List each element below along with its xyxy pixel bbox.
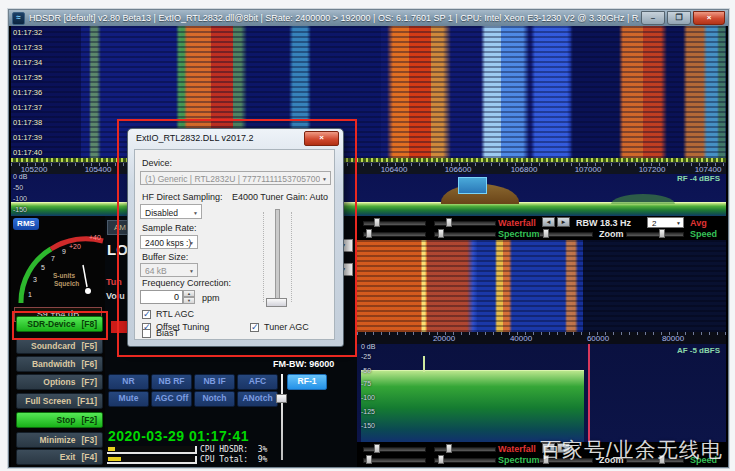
sample-rate-value: 2400 ksps :): [145, 238, 191, 248]
rf-level-readout: RF -4 dBFS: [677, 174, 720, 183]
tuner-agc-checkbox[interactable]: ✓Tuner AGC: [250, 322, 309, 332]
af-frequency-ruler[interactable]: 20000 40000 60000 80000: [357, 332, 726, 344]
options-button[interactable]: Options[F7]: [16, 374, 103, 390]
speed-slider[interactable]: [626, 229, 684, 238]
rbw-increase-button[interactable]: ►: [557, 217, 570, 227]
tuner-gain-slider-track[interactable]: [275, 209, 280, 307]
af-spectrum[interactable]: 0 dB -25 -50 -75 -100 -125 -150 AF -5 dB…: [357, 344, 726, 442]
button-label: Stop: [57, 415, 76, 425]
rf-waterfall[interactable]: 01:17:32 01:17:33 01:17:34 01:17:35 01:1…: [11, 26, 726, 162]
scale-tick-7: 7: [51, 255, 55, 262]
hf-direct-sampling-select[interactable]: Disabled▼: [140, 204, 202, 219]
window-title: HDSDR [default] v2.80 Beta13 | ExtIO_RTL…: [29, 13, 639, 23]
bandwidth-button[interactable]: Bandwidth[F6]: [16, 356, 103, 372]
bandwidth-slider-handle[interactable]: [276, 394, 287, 403]
rf-frequency-ruler[interactable]: 105200 105400 106400 106600 106800 10700…: [11, 162, 726, 174]
waterfall-time-label: 01:17:40: [13, 148, 42, 157]
button-key: [F6]: [81, 359, 97, 369]
waterfall-time-label: 01:17:33: [13, 43, 42, 52]
af-spectrum-lower-slider[interactable]: [434, 455, 496, 464]
af-level-readout: AF -5 dBFS: [677, 346, 720, 355]
slider-handle[interactable]: [374, 444, 380, 453]
nr-button[interactable]: NR: [108, 374, 149, 390]
hf-direct-sampling-label: HF Direct Sampling:: [142, 192, 223, 202]
button-label: Bandwidth: [32, 359, 75, 369]
soundcard-button[interactable]: Soundcard[F5]: [16, 338, 103, 354]
device-select[interactable]: (1) Generic | RTL2832U | 777711111537057…: [140, 171, 331, 185]
db-label: -25: [361, 353, 371, 361]
afc-button[interactable]: AFC: [237, 374, 278, 390]
exit-button[interactable]: Exit[F4]: [16, 449, 103, 465]
rtl-agc-checkbox[interactable]: ✓RTL AGC: [142, 309, 194, 319]
sdr-device-button[interactable]: SDR-Device[F8]: [16, 316, 103, 332]
slider-handle[interactable]: [438, 229, 444, 238]
meter-needle: [83, 265, 87, 287]
waterfall-upper-slider[interactable]: [363, 218, 426, 227]
rbw-decrease-button[interactable]: ◄: [542, 217, 555, 227]
ppm-label: ppm: [202, 293, 220, 303]
rf-1-button[interactable]: RF-1: [287, 374, 327, 390]
slider-handle[interactable]: [374, 218, 380, 227]
waterfall-time-label: 01:17:36: [13, 88, 42, 97]
freq-label: 106400: [381, 165, 408, 174]
db-label: -150: [13, 206, 27, 214]
af-waterfall-upper-slider[interactable]: [363, 444, 426, 453]
nb-rf-button[interactable]: NB RF: [151, 374, 192, 390]
slider-handle[interactable]: [659, 229, 665, 238]
slider-handle[interactable]: [446, 444, 452, 453]
buffer-size-select[interactable]: 64 kB▼: [140, 263, 198, 277]
maximize-button[interactable]: ❐: [667, 11, 691, 25]
button-key: [F3]: [81, 435, 97, 445]
chevron-right-icon: ►: [561, 219, 567, 225]
waterfall-lower-slider[interactable]: [434, 218, 496, 227]
af-waterfall-lower-slider[interactable]: [434, 444, 496, 453]
fm-bandwidth-label: FM-BW: 96000: [273, 359, 334, 369]
dialog-close-button[interactable]: ×: [304, 131, 339, 146]
maximize-icon: ❐: [675, 13, 682, 22]
spin-up-button[interactable]: ▲: [183, 290, 195, 297]
volume-label-fragment: Volu: [106, 291, 125, 301]
spectrum-lower-slider[interactable]: [434, 229, 496, 238]
nb-if-button[interactable]: NB IF: [194, 374, 235, 390]
biast-checkbox-row[interactable]: BiasT: [142, 328, 179, 338]
sample-rate-select[interactable]: 2400 ksps :)▼: [140, 235, 198, 249]
spectrum-upper-slider[interactable]: [363, 229, 426, 238]
cpu-hdsdr-bar: [107, 446, 197, 454]
freq-label: 105400: [85, 165, 112, 174]
scale-tick-plus40: +40: [89, 234, 101, 241]
tuner-gain-label: E4000 Tuner Gain: Auto: [232, 192, 328, 202]
avg-select[interactable]: 2▼: [647, 217, 684, 228]
meter-needle-hub: [85, 288, 91, 294]
af-waterfall[interactable]: [357, 240, 726, 332]
mute-button[interactable]: Mute: [108, 391, 149, 407]
agc-off-button[interactable]: AGC Off: [151, 391, 192, 407]
cpu-hdsdr-fill: [108, 447, 115, 451]
slider-handle[interactable]: [366, 229, 372, 238]
slider-handle[interactable]: [366, 455, 372, 464]
button-key: [F8]: [81, 319, 97, 329]
gain-slider-ticks: [263, 212, 264, 302]
anotch-button[interactable]: ANotch: [237, 391, 278, 407]
zoom-slider[interactable]: [539, 229, 593, 238]
waterfall-time-label: 01:17:39: [13, 133, 42, 142]
stop-button[interactable]: Stop[F2]: [16, 412, 103, 428]
notch-button[interactable]: Notch: [194, 391, 235, 407]
minimize-button[interactable]: –: [641, 11, 665, 25]
af-spectrum-upper-slider[interactable]: [363, 455, 426, 464]
titlebar: ≈ HDSDR [default] v2.80 Beta13 | ExtIO_R…: [9, 10, 728, 26]
hf-sampling-value: Disabled: [145, 208, 178, 218]
bandwidth-slider-track[interactable]: [281, 374, 283, 460]
tuner-gain-slider-handle[interactable]: [266, 298, 287, 307]
fullscreen-button[interactable]: Full Screen[F11]: [16, 393, 103, 409]
minimize-app-button[interactable]: Minimize[F3]: [16, 432, 103, 448]
slider-handle[interactable]: [543, 229, 549, 238]
slider-handle[interactable]: [438, 455, 444, 464]
close-button[interactable]: ×: [693, 11, 725, 25]
rbw-readout: RBW 18.3 Hz: [576, 218, 631, 228]
slider-handle[interactable]: [446, 218, 452, 227]
rf-spectrum[interactable]: 0 dB -50 -100 -150 RF -4 dBFS: [11, 174, 726, 216]
spin-down-button[interactable]: ▼: [183, 297, 195, 304]
check-icon: ✓: [142, 310, 151, 319]
frequency-correction-label: Frequency Correction:: [142, 278, 231, 288]
frequency-correction-input[interactable]: 0: [140, 290, 183, 304]
